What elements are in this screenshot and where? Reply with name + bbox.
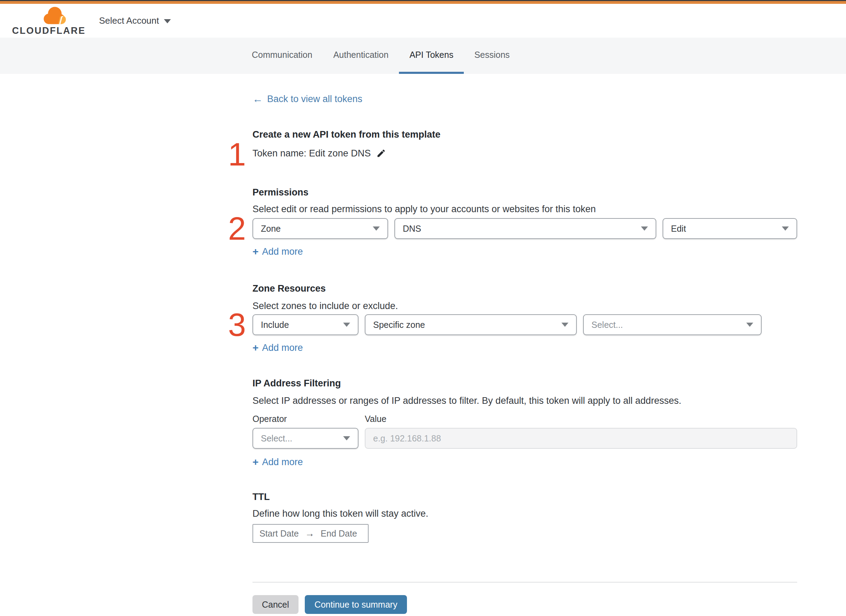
ip-filtering-description: Select IP addresses or ranges of IP addr… [253,395,797,407]
permissions-row: 2 Zone DNS Edit [253,218,797,239]
permission-resource-select[interactable]: DNS [394,218,656,239]
footer-divider [253,582,797,582]
zone-resources-add-more-link[interactable]: + Add more [253,342,303,354]
ttl-description: Define how long this token will stay act… [253,507,797,520]
caret-down-icon [343,323,350,327]
footer-actions: Cancel Continue to summary [253,595,797,614]
zone-mode-value: Include [261,320,289,330]
edit-pencil-icon[interactable] [376,148,386,158]
cancel-button[interactable]: Cancel [253,595,299,614]
ip-operator-select[interactable]: Select... [253,428,359,449]
permission-access-select[interactable]: Edit [662,218,797,239]
plus-icon: + [253,246,259,257]
back-link-label: Back to view all tokens [267,93,362,105]
ip-filtering-add-more-link[interactable]: + Add more [253,456,303,468]
plus-icon: + [253,343,259,353]
zone-type-select[interactable]: Specific zone [365,314,577,335]
permissions-description: Select edit or read permissions to apply… [253,203,797,215]
cloudflare-logo[interactable]: CLOUDFLARE [14,5,84,36]
tab-sessions[interactable]: Sessions [464,38,520,74]
zone-picker-placeholder: Select... [591,320,623,330]
ttl-date-range-picker[interactable]: Start Date → End Date [253,524,369,543]
plus-icon: + [253,457,259,467]
account-selector-label: Select Account [99,15,159,26]
zone-type-value: Specific zone [373,320,425,330]
caret-down-icon [782,226,789,231]
caret-down-icon [343,436,350,440]
add-more-label: Add more [262,342,303,354]
back-to-tokens-link[interactable]: ← Back to view all tokens [253,93,362,105]
cloudflare-cloud-icon [39,5,72,25]
permission-scope-value: Zone [261,224,281,234]
step-number-3: 3 [228,312,246,338]
account-selector[interactable]: Select Account [99,15,171,26]
permissions-add-more-link[interactable]: + Add more [253,245,303,258]
chevron-down-icon [164,19,171,23]
permission-scope-select[interactable]: Zone [253,218,388,239]
tab-api-tokens[interactable]: API Tokens [399,38,464,74]
ip-filtering-labels: Operator Value [253,413,797,424]
back-arrow-icon: ← [253,94,263,104]
step-number-1: 1 [228,141,246,167]
arrow-right-icon: → [305,528,315,539]
zone-picker-select[interactable]: Select... [583,314,762,335]
header: CLOUDFLARE Select Account [0,4,846,38]
ip-value-input[interactable] [365,428,797,449]
value-label: Value [365,413,797,424]
caret-down-icon [746,323,753,327]
token-template-form: ← Back to view all tokens Create a new A… [253,74,797,614]
cloudflare-wordmark: CLOUDFLARE [12,25,86,36]
continue-to-summary-button[interactable]: Continue to summary [305,595,407,614]
tab-communication[interactable]: Communication [241,38,323,74]
permissions-heading: Permissions [253,186,797,199]
brand-accent-bar [0,1,846,4]
zone-resources-row: 3 Include Specific zone Select... [253,314,797,335]
page-title: Create a new API token from this templat… [253,128,797,141]
permission-access-value: Edit [671,224,686,234]
zone-resources-description: Select zones to include or exclude. [253,300,797,312]
token-name-text: Token name: Edit zone DNS [253,147,371,160]
permission-resource-value: DNS [403,224,421,234]
caret-down-icon [561,323,568,327]
tab-authentication[interactable]: Authentication [323,38,399,74]
add-more-label: Add more [262,456,303,468]
caret-down-icon [373,226,380,231]
step-number-2: 2 [228,216,246,242]
ip-filtering-heading: IP Address Filtering [253,377,797,390]
operator-label: Operator [253,413,359,424]
end-date-placeholder: End Date [321,528,357,539]
ttl-heading: TTL [253,491,797,503]
page: CLOUDFLARE Select Account Communication … [0,0,846,616]
caret-down-icon [641,226,648,231]
ip-operator-placeholder: Select... [261,433,292,443]
profile-tabbar: Communication Authentication API Tokens … [0,38,846,74]
add-more-label: Add more [262,245,303,258]
start-date-placeholder: Start Date [259,528,299,539]
zone-resources-heading: Zone Resources [253,282,797,295]
token-name-row: 1 Token name: Edit zone DNS [253,147,797,160]
ip-filtering-row: Select... [253,428,797,449]
zone-mode-select[interactable]: Include [253,314,359,335]
